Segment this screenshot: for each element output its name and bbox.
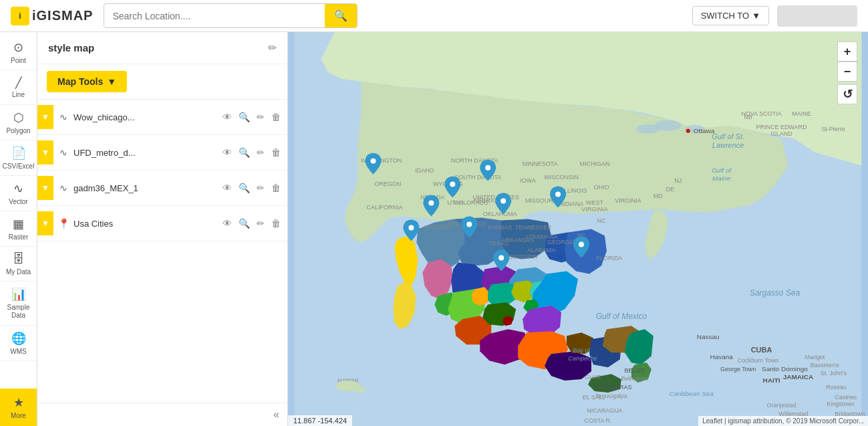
svg-text:FLORIDA: FLORIDA: [596, 255, 622, 261]
layer-edit-btn-3[interactable]: ✏: [255, 181, 266, 195]
svg-point-58: [579, 241, 584, 247]
layer-name-4: Usa Cities: [74, 219, 219, 229]
svg-text:Kingstown: Kingstown: [827, 401, 854, 407]
sidebar-label-polygon: Polygon: [6, 127, 30, 134]
panel-collapse: «: [37, 403, 287, 426]
svg-text:Marigot: Marigot: [805, 354, 825, 360]
layer-edit-btn-4[interactable]: ✏: [255, 217, 266, 230]
dropdown-arrow-icon: ▼: [752, 11, 760, 21]
layer-visibility-btn-4[interactable]: 👁: [221, 217, 233, 230]
layer-toggle-1[interactable]: ▼: [37, 105, 53, 129]
svg-point-53: [485, 165, 490, 171]
sidebar-item-wms[interactable]: 🌐 WMS: [0, 326, 37, 361]
layer-search-btn-4[interactable]: 🔍: [237, 217, 251, 230]
layer-toggle-4[interactable]: ▼: [37, 211, 53, 235]
svg-text:DE: DE: [666, 186, 674, 193]
layer-panel-edit-icon[interactable]: ✏: [268, 41, 277, 54]
layer-toggle-2[interactable]: ▼: [37, 140, 53, 165]
sidebar-item-raster[interactable]: ▦ Raster: [0, 211, 37, 247]
layer-search-btn-2[interactable]: 🔍: [237, 146, 251, 159]
svg-text:VIRGINIA: VIRGINIA: [615, 197, 641, 204]
wms-icon: 🌐: [11, 331, 26, 346]
panel-collapse-button[interactable]: «: [273, 409, 279, 421]
svg-point-48: [357, 387, 366, 393]
search-input[interactable]: [104, 5, 325, 27]
svg-text:HAITI: HAITI: [762, 377, 780, 384]
layer-item: ▼ 📍 Usa Cities 👁 🔍 ✏ 🗑: [37, 206, 287, 241]
header-right: SWITCH TO ▼: [692, 5, 857, 27]
svg-text:MINNESOTA: MINNESOTA: [523, 161, 558, 167]
layer-search-btn-1[interactable]: 🔍: [237, 110, 251, 124]
svg-text:OHIO: OHIO: [593, 184, 609, 191]
sidebar-item-vector[interactable]: ∿ Vector: [0, 176, 37, 211]
sidebar-item-line[interactable]: ╱ Line: [0, 70, 37, 105]
zoom-in-button[interactable]: +: [837, 41, 857, 62]
layer-visibility-btn-1[interactable]: 👁: [221, 110, 233, 124]
sidebar-label-mydata: My Data: [6, 268, 31, 276]
svg-text:NOVA SCOTIA: NOVA SCOTIA: [741, 110, 781, 117]
layer-search-btn-3[interactable]: 🔍: [237, 181, 251, 195]
switch-to-button[interactable]: SWITCH TO ▼: [692, 6, 769, 25]
dropdown-caret-icon: ▼: [107, 76, 116, 87]
svg-text:Castries: Castries: [835, 394, 857, 401]
svg-text:SOUTH DAKOTA: SOUTH DAKOTA: [454, 174, 501, 181]
layer-delete-btn-3[interactable]: 🗑: [270, 181, 282, 195]
toggle-arrow-icon: ▼: [41, 112, 49, 122]
sidebar-item-mydata[interactable]: 🗄 My Data: [0, 247, 37, 282]
svg-text:TEXAS: TEXAS: [488, 240, 508, 247]
svg-point-54: [500, 199, 506, 204]
svg-point-55: [466, 222, 472, 227]
svg-text:Basseterre: Basseterre: [811, 362, 839, 368]
svg-point-50: [428, 201, 434, 206]
main-area: ⊙ Point ╱ Line ⬡ Polygon 📄 CSV/Excel ∿ V…: [0, 32, 868, 426]
layer-delete-btn-1[interactable]: 🗑: [270, 110, 282, 124]
svg-text:KANSAS: KANSAS: [488, 224, 512, 231]
logo: i iGISMAP: [11, 7, 93, 25]
sidebar-item-more[interactable]: ★ More: [0, 389, 37, 426]
layer-visibility-btn-3[interactable]: 👁: [221, 181, 233, 195]
search-container: 🔍: [104, 3, 357, 28]
layer-name-3: gadm36_MEX_1: [74, 183, 219, 193]
zoom-out-button[interactable]: −: [837, 62, 857, 82]
svg-point-56: [555, 192, 561, 197]
toggle-arrow-icon: ▼: [41, 148, 49, 157]
svg-text:HONDURAS: HONDURAS: [597, 384, 631, 391]
map-tools-button[interactable]: Map Tools ▼: [47, 71, 127, 92]
sidebar-item-csv[interactable]: 📄 CSV/Excel: [0, 140, 37, 176]
layer-type-icon-4: 📍: [56, 216, 71, 231]
layer-edit-btn-1[interactable]: ✏: [255, 110, 266, 124]
map-attribution: Leaflet | igismap attribution, © 2019 Mi…: [698, 416, 868, 426]
mydata-icon: 🗄: [13, 252, 25, 266]
svg-text:ALABAMA: ALABAMA: [527, 247, 555, 253]
layer-type-icon-1: ∿: [56, 110, 71, 124]
sample-icon: 📊: [11, 287, 26, 302]
layer-visibility-btn-2[interactable]: 👁: [221, 146, 233, 159]
layer-type-icon-2: ∿: [56, 145, 71, 160]
svg-text:MAINE: MAINE: [792, 110, 811, 117]
sidebar-label-sample: Sample Data: [3, 304, 34, 320]
svg-text:NC: NC: [597, 217, 605, 224]
svg-text:BELIZE: BELIZE: [624, 367, 645, 374]
layer-toggle-3[interactable]: ▼: [37, 176, 53, 200]
layer-delete-btn-4[interactable]: 🗑: [270, 217, 282, 230]
line-icon: ╱: [15, 76, 22, 89]
layer-panel-header: style map ✏: [37, 32, 287, 64]
layer-panel: style map ✏ Map Tools ▼ ▼ ∿ Wow_chicago.…: [37, 32, 288, 426]
search-button[interactable]: 🔍: [325, 4, 357, 27]
map-svg: Gulf of Mexico Bay of Campeche WASHINGTO…: [288, 32, 868, 426]
sidebar-item-point[interactable]: ⊙ Point: [0, 35, 37, 70]
sidebar-item-sample[interactable]: 📊 Sample Data: [0, 282, 37, 326]
sidebar-label-raster: Raster: [9, 233, 28, 241]
layer-edit-btn-2[interactable]: ✏: [255, 146, 266, 159]
layer-item: ▼ ∿ Wow_chicago... 👁 🔍 ✏ 🗑: [37, 100, 287, 135]
map-container[interactable]: Gulf of Mexico Bay of Campeche WASHINGTO…: [288, 32, 868, 426]
map-refresh-button[interactable]: ↺: [837, 84, 857, 104]
svg-text:Nassau: Nassau: [697, 333, 720, 340]
sidebar-label-line: Line: [12, 91, 25, 98]
sidebar-item-polygon[interactable]: ⬡ Polygon: [0, 105, 37, 140]
layer-delete-btn-2[interactable]: 🗑: [270, 146, 282, 159]
svg-text:NJ: NJ: [674, 177, 682, 184]
svg-text:CALIFORNIA: CALIFORNIA: [367, 204, 403, 211]
svg-text:GUAT.: GUAT.: [585, 374, 602, 381]
svg-text:OREGON: OREGON: [375, 181, 402, 187]
